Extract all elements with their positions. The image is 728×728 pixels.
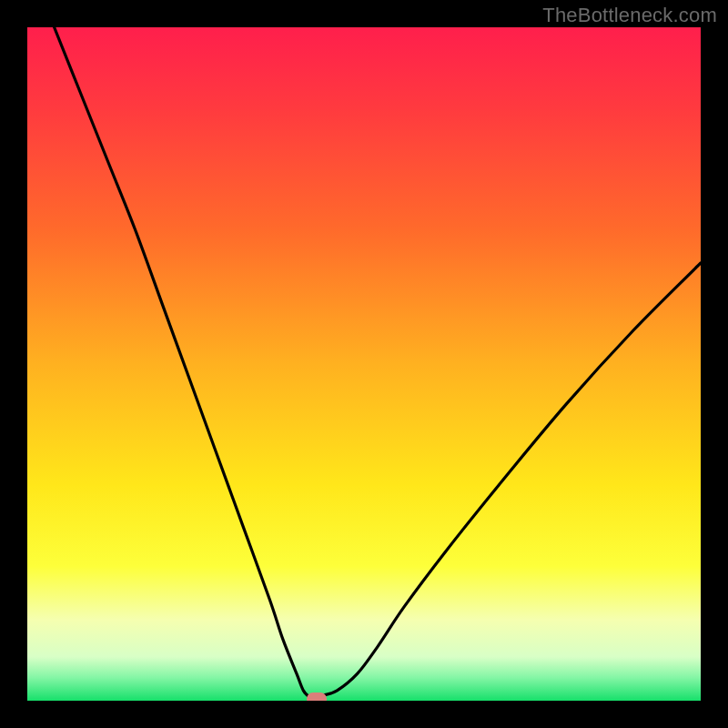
optimal-marker bbox=[307, 693, 327, 701]
plot-area bbox=[27, 27, 701, 701]
bottleneck-curve bbox=[55, 27, 701, 698]
chart-frame: TheBottleneck.com bbox=[0, 0, 728, 728]
curve-layer bbox=[27, 27, 701, 701]
watermark-text: TheBottleneck.com bbox=[542, 4, 717, 27]
